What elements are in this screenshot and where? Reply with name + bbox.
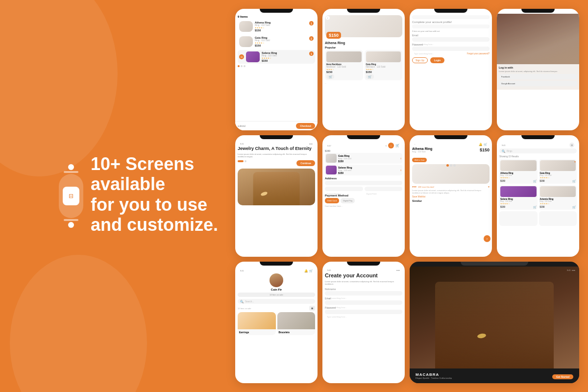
dots-area — [238, 65, 315, 67]
payment-options: Debit Card Digital Pay — [325, 198, 402, 203]
top-bar-5: 9:41 ●●● — [238, 142, 315, 146]
cart-icon-active: ⊟ — [241, 55, 243, 58]
top-icons-6: ‹ ⌂ 🛒 — [386, 143, 400, 148]
watch-screen: ⊟ — [63, 187, 79, 205]
screen-sign-in: Complete your account profile! 2 item on… — [410, 9, 492, 130]
filter-btn-9[interactable]: ⊞ — [309, 306, 315, 311]
email-input-ca[interactable]: Type something here... — [325, 300, 402, 305]
result-cart-1[interactable]: 🛒 — [533, 179, 537, 183]
cart-item-img-2 — [326, 166, 337, 174]
search-bar-8[interactable]: 🔍 Rings — [499, 148, 577, 153]
result-cart-3[interactable]: 🛒 — [533, 205, 537, 209]
detail-product-name: Athena Ring — [325, 41, 402, 45]
splash-title: Jewelry Charm, A Touch of Eternity — [238, 146, 315, 151]
earrings-card[interactable]: Earrings — [238, 312, 276, 335]
phone-notch-7 — [434, 135, 467, 139]
blur-row-1 — [412, 15, 490, 19]
dark-battery: ●●● — [572, 269, 575, 271]
product-name-row-7: Athena Ring Ring · 110 Sold $150 — [412, 147, 490, 153]
love-icon: ♥ — [488, 185, 490, 188]
splash-description: Lorem ipsum dolor sit amet, consectetur … — [238, 153, 315, 158]
dark-hand-shape — [435, 282, 554, 368]
search-bar-9[interactable]: 🔍 Search... — [238, 299, 315, 304]
back-btn[interactable]: ‹ — [326, 16, 330, 20]
screen-search-results: 9:41 ⊞ 🔍 Rings Showing 15 Results ♡ Athe… — [497, 135, 579, 257]
search-icon-9: 🔍 — [240, 300, 244, 303]
email-input[interactable]: Type something here... — [412, 37, 490, 42]
top-bar-6: 9:47 ‹ ⌂ 🛒 — [325, 142, 402, 149]
nickname-input[interactable]: Type something here... — [325, 291, 402, 295]
results-count-8: Showing 15 Results — [499, 155, 577, 158]
result-price-3: $150 — [500, 206, 505, 208]
time-9: 9:41 — [240, 270, 244, 272]
address-input[interactable]: Subtotal — [325, 181, 402, 185]
screen-content-10: 9:41 ●●● Create your Account Lorem ipsum… — [322, 267, 405, 383]
more-results-row — [499, 211, 577, 226]
save-wishlist-7[interactable]: Save Wishlist — [412, 196, 490, 198]
result-price-1: $150 — [500, 180, 505, 182]
debit-card-btn[interactable]: Debit Card — [325, 198, 339, 203]
password-input[interactable]: Type something here... — [412, 47, 490, 51]
macabra-content: 9:41 ●●● MACABRA Elegant Sparkle · Timel… — [410, 267, 579, 383]
popular-more-hint: ... — [325, 82, 402, 84]
ring-type-7: Ring · 110 Sold — [412, 150, 432, 153]
popular-item-2: ♡ Gaia Ring Necklace · 110 Sold ★★★☆ $15… — [365, 50, 403, 80]
password-input-ca[interactable]: Type something here... — [325, 310, 402, 314]
log-in-with-label: Log in with — [499, 66, 577, 69]
items-header: 9 Items — [238, 15, 315, 18]
filter-icon-8[interactable]: ⊞ — [569, 143, 574, 147]
love-row: ♥♥♥ 109 Love this item! ♥ — [412, 185, 490, 188]
dot-3 — [244, 65, 245, 67]
google-btn[interactable]: Google Account — [499, 81, 577, 86]
phone-notch-9 — [260, 262, 293, 266]
dots-indicator — [238, 65, 315, 67]
bell-7: 🔔 — [479, 143, 482, 146]
continue-btn[interactable]: Continue — [296, 160, 315, 166]
blur-result-1 — [499, 211, 538, 226]
product-row-1: ♡ Athena Ring Ring · 110 Sold ★★★★☆ $150… — [238, 20, 315, 33]
cart-icon-1: 🛒 — [329, 75, 332, 78]
heart-r2: ♥ — [574, 160, 576, 163]
macabra-brand-info: MACABRA Elegant Sparkle · Timeless Craft… — [416, 372, 452, 379]
login-button[interactable]: Login — [430, 57, 445, 63]
signup-button[interactable]: Sign Up — [412, 57, 428, 63]
digital-field[interactable]: Digital Field — [365, 187, 403, 191]
add-to-cart-7[interactable]: Add to Cart — [412, 158, 427, 162]
bracelets-label: Bracelets — [277, 329, 316, 335]
cart-btn-1[interactable]: 🛒 — [326, 74, 334, 79]
get-started-btn[interactable]: Get Started — [552, 374, 573, 379]
result-img-3 — [500, 186, 537, 197]
top-bar-10: 9:41 ●●● — [325, 268, 402, 272]
screen-product-detail-2: ‹ 🔔 🛒 Athena Ring Ring · 110 Sold $150 A… — [410, 135, 492, 257]
filter-icon-9: ⊞ — [311, 307, 313, 310]
product-description-7: Lorem ipsum dolor sit amet, consectetur … — [412, 189, 490, 194]
heart-pop-2: ♡ — [399, 51, 401, 54]
user-name-label: Cain Fir — [238, 288, 315, 291]
paypal-btn[interactable]: Digital Pay — [341, 198, 355, 203]
cart-item-name-1: Gaia Ring — [338, 154, 351, 157]
next-btn-7[interactable]: › — [484, 235, 490, 242]
cart-item-count-1: 3 — [400, 157, 401, 160]
bracelets-card[interactable]: Bracelets — [277, 312, 316, 335]
result-cart-4[interactable]: 🛒 — [572, 205, 576, 209]
back-icon-6: ‹ — [386, 144, 387, 147]
heart-pop-1: ♡ — [360, 51, 362, 54]
social-description: Lorem ipsum dolor sit amet, adipiscing e… — [499, 70, 577, 73]
contact-input[interactable]: Contact Number — [325, 187, 363, 191]
phone-notch-5 — [260, 135, 293, 139]
screen-product-list: 9 Items ♡ Athena Ring Ring · 110 Sold ★★… — [235, 9, 318, 130]
facebook-btn[interactable]: Facebook — [499, 74, 577, 79]
checkout-btn[interactable]: Checkout — [296, 123, 315, 129]
product-price-3: $150 — [262, 59, 314, 62]
screen-social-login: Log in with Lorem ipsum dolor sit amet, … — [497, 9, 579, 130]
screen-address: 9:47 ‹ ⌂ 🛒 $150 Gaia Ring Ring · 110 sol… — [322, 135, 405, 257]
price-hero: $150 — [326, 32, 341, 39]
cart-btn-2[interactable]: 🛒 — [366, 74, 374, 79]
home-icon-6: ⌂ — [388, 143, 394, 148]
cart-hint: 2 item on your cart has sold out — [412, 30, 490, 32]
result-cart-2[interactable]: 🛒 — [572, 179, 576, 183]
badge-1: 1 — [309, 21, 314, 25]
screen-content-2: ♡ ‹ $150 Athena Ring Popular ♡ Hera Neck… — [322, 14, 405, 130]
filter-sym-8: ⊞ — [571, 144, 573, 147]
phone-notch-6 — [347, 135, 380, 139]
